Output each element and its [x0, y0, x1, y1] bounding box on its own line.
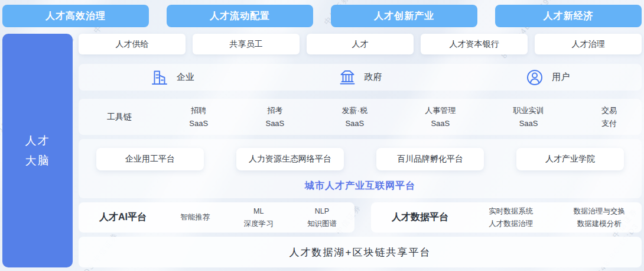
ai-item-nlp-knowledge-graph: NLP 知识图谱: [307, 205, 337, 230]
data-item-line1: 数据治理与交换: [574, 205, 626, 218]
actor-user: 用户: [454, 64, 642, 91]
platform-button-enterprise-employment[interactable]: 企业用工平台: [96, 148, 204, 170]
user-icon: [526, 69, 544, 86]
supply-cards-row: 人才供给 共享员工 人才 人才资本银行 人才治理: [79, 34, 642, 54]
tool-item-line1: 招考: [265, 104, 284, 117]
actor-government: 政府: [266, 64, 454, 91]
card-talent-governance[interactable]: 人才治理: [535, 34, 642, 54]
tool-item-line1: 职业实训: [513, 104, 544, 117]
tool-item-hr-management: 人事管理 SaaS: [425, 104, 456, 130]
tool-item-trade-payment: 交易 支付: [601, 104, 617, 130]
tool-item-line1: 人事管理: [425, 104, 456, 117]
platform-buttons-row: 企业用工平台 人力资源生态网络平台 百川品牌孵化平台 人才产业学院: [79, 139, 642, 170]
tool-item-line2: 支付: [601, 117, 617, 130]
ai-item-line2: 深度学习: [244, 218, 274, 230]
data-item-line2: 人才数据治理: [489, 218, 533, 230]
actor-label: 政府: [365, 72, 382, 83]
tool-item-line2: SaaS: [189, 117, 208, 130]
data-item-exchange-modeling: 数据治理与交换 数据建模分析: [574, 205, 626, 230]
city-platform-caption: 城市人才产业互联网平台: [79, 180, 642, 192]
card-talent[interactable]: 人才: [307, 34, 414, 54]
category-button-innovation[interactable]: 人才创新产业: [331, 5, 477, 27]
tool-item-vocational-training: 职业实训 SaaS: [513, 104, 544, 130]
platform-button-talent-industry-college[interactable]: 人才产业学院: [516, 148, 624, 170]
tool-item-line2: SaaS: [342, 117, 367, 130]
building-icon: [151, 69, 168, 86]
data-platform-card: 人才数据平台 实时数据系统 人才数据治理 数据治理与交换 数据建模分析: [371, 202, 642, 233]
data-lake-blockchain-label: 人才数据湖+区块链共享平台: [290, 246, 431, 259]
ai-item-line1: 智能推荐: [180, 211, 210, 224]
sidebar-talent-brain: 人才 大脑: [2, 34, 73, 267]
actor-label: 用户: [552, 72, 570, 83]
tool-item-line2: SaaS: [513, 117, 544, 130]
tool-item-payroll-tax: 发薪·税 SaaS: [342, 104, 367, 130]
actor-enterprise: 企业: [79, 64, 266, 91]
category-button-mobility[interactable]: 人才流动配置: [167, 5, 313, 27]
actors-row: 企业 政府 用户: [79, 64, 642, 91]
tool-item-line2: SaaS: [265, 117, 284, 130]
category-button-new-economy[interactable]: 人才新经济: [495, 5, 642, 27]
card-talent-capital-bank[interactable]: 人才资本银行: [421, 34, 528, 54]
category-button-governance[interactable]: 人才高效治理: [2, 5, 149, 27]
data-item-line2: 数据建模分析: [574, 218, 626, 230]
sidebar-title-line2: 大脑: [25, 151, 50, 171]
card-talent-supply[interactable]: 人才供给: [79, 34, 186, 54]
tool-item-line1: 发薪·税: [342, 104, 367, 117]
data-lake-blockchain-bar: 人才数据湖+区块链共享平台: [79, 237, 642, 267]
ai-platform-card: 人才AI平台 智能推荐 ML 深度学习 NLP 知识图谱: [79, 202, 354, 233]
toolchain-title: 工具链: [107, 112, 132, 122]
city-platform-section: 企业用工平台 人力资源生态网络平台 百川品牌孵化平台 人才产业学院 城市人才产业…: [79, 139, 642, 198]
top-category-row: 人才高效治理 人才流动配置 人才创新产业 人才新经济: [2, 5, 642, 27]
ai-item-ml-deep-learning: ML 深度学习: [244, 205, 274, 230]
data-item-line1: 实时数据系统: [489, 205, 533, 218]
tool-item-recruiting: 招聘 SaaS: [189, 104, 208, 130]
tool-item-exam: 招考 SaaS: [265, 104, 284, 130]
tool-item-line1: 交易: [601, 104, 617, 117]
platform-button-baichuan-brand-incubation[interactable]: 百川品牌孵化平台: [376, 148, 484, 170]
government-icon: [339, 69, 356, 86]
ai-item-line2: 知识图谱: [307, 218, 337, 230]
card-shared-employees[interactable]: 共享员工: [193, 34, 300, 54]
data-item-realtime-governance: 实时数据系统 人才数据治理: [489, 205, 533, 230]
ai-item-line1: ML: [244, 205, 274, 218]
sidebar-title-line1: 人才: [25, 131, 50, 151]
actor-label: 企业: [177, 72, 194, 83]
data-platform-title: 人才数据平台: [392, 211, 448, 224]
toolchain-row: 工具链 招聘 SaaS 招考 SaaS 发薪·税 SaaS 人事管理 SaaS …: [79, 99, 642, 135]
ai-platform-title: 人才AI平台: [99, 211, 147, 224]
talent-brain-diagram: 中信证券 T013480 8C:C8:4B:BC:69:D3 8C:C8:4B:…: [0, 0, 644, 271]
tool-item-line1: 招聘: [189, 104, 208, 117]
ai-item-line1: NLP: [307, 205, 337, 218]
ai-item-smart-recommendation: 智能推荐: [180, 211, 210, 224]
platform-button-hr-ecology-network[interactable]: 人力资源生态网络平台: [236, 148, 344, 170]
tool-item-line2: SaaS: [425, 117, 456, 130]
